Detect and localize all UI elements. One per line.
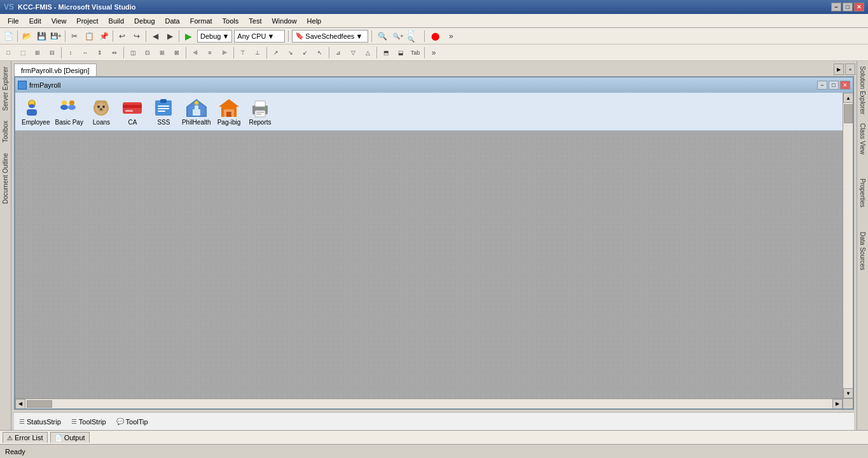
tb2-btn3[interactable]: ⊞ bbox=[31, 46, 45, 60]
tooltip-component[interactable]: 💬 ToolTip bbox=[116, 418, 148, 426]
reports-tool[interactable]: Reports bbox=[246, 97, 275, 127]
menu-item-debug[interactable]: Debug bbox=[129, 16, 160, 26]
properties-tab[interactable]: Properties bbox=[858, 159, 867, 212]
tb2-align-center[interactable]: ≡ bbox=[203, 46, 217, 60]
find-more-button[interactable]: 🔍+ bbox=[391, 29, 405, 43]
tb2-btn19[interactable]: ⊿ bbox=[331, 46, 345, 60]
scroll-thumb-h[interactable] bbox=[27, 400, 52, 408]
redo-button[interactable]: ↪ bbox=[130, 29, 144, 43]
menu-item-test[interactable]: Test bbox=[244, 16, 266, 26]
document-outline-tab[interactable]: Document Outline bbox=[1, 149, 10, 208]
designer-close-btn[interactable]: ✕ bbox=[840, 81, 850, 90]
server-explorer-tab[interactable]: Server Explorer bbox=[1, 62, 10, 115]
solution-explorer-tab[interactable]: Solution Explorer bbox=[858, 62, 867, 118]
toolbox-tab[interactable]: Toolbox bbox=[1, 116, 10, 147]
copy-button[interactable]: 📋 bbox=[82, 29, 96, 43]
class-view-tab[interactable]: Class View bbox=[858, 119, 867, 158]
cpu-target-dropdown[interactable]: Any CPU ▼ bbox=[234, 30, 285, 43]
tb2-btn8[interactable]: ⇔ bbox=[107, 46, 121, 60]
designer-maximize-btn[interactable]: □ bbox=[829, 81, 839, 90]
nav-back-button[interactable]: ◀ bbox=[148, 29, 162, 43]
menu-item-window[interactable]: Window bbox=[266, 16, 301, 26]
tb2-btn21[interactable]: △ bbox=[361, 46, 375, 60]
menu-item-project[interactable]: Project bbox=[71, 16, 103, 26]
tb2-align-left[interactable]: ⫷ bbox=[188, 46, 202, 60]
error-list-tab[interactable]: ⚠ Error List bbox=[3, 432, 48, 443]
minimize-button[interactable]: − bbox=[831, 3, 841, 11]
cut-button[interactable]: ✂ bbox=[67, 29, 81, 43]
designer-minimize-btn[interactable]: − bbox=[817, 81, 827, 90]
tb2-align-right[interactable]: ⫸ bbox=[217, 46, 231, 60]
pagibig-tool[interactable]: Pag-ibig bbox=[215, 97, 244, 127]
scroll-down-arrow[interactable]: ▼ bbox=[843, 388, 853, 398]
loans-tool[interactable]: Loans bbox=[87, 97, 116, 127]
form-scrollbar-v[interactable]: ▲ ▼ bbox=[843, 93, 853, 398]
data-sources-tab[interactable]: Data Sources bbox=[858, 213, 867, 274]
find-file-button[interactable]: 📄🔍 bbox=[407, 29, 421, 43]
tb2-btn7[interactable]: ⇕ bbox=[93, 46, 107, 60]
tb2-btn23[interactable]: ⬓ bbox=[394, 46, 408, 60]
tb2-btn18[interactable]: ↖ bbox=[313, 46, 327, 60]
scroll-track-v[interactable] bbox=[843, 103, 853, 388]
tb2-btn14[interactable]: ⊥ bbox=[251, 46, 265, 60]
menu-item-tools[interactable]: Tools bbox=[217, 16, 244, 26]
statusstrip-component[interactable]: ☰ StatusStrip bbox=[19, 418, 61, 426]
menu-item-view[interactable]: View bbox=[46, 16, 72, 26]
start-debug-button[interactable]: ▶ bbox=[181, 29, 195, 43]
menu-item-build[interactable]: Build bbox=[104, 16, 129, 26]
menu-item-data[interactable]: Data bbox=[160, 16, 185, 26]
scroll-right-arrow[interactable]: ▶ bbox=[832, 399, 843, 409]
tb2-btn2[interactable]: ⬚ bbox=[16, 46, 30, 60]
build-config-dropdown[interactable]: Debug ▼ bbox=[197, 30, 232, 43]
tb2-more[interactable]: » bbox=[427, 46, 441, 60]
maximize-button[interactable]: □ bbox=[843, 3, 853, 11]
tb2-btn10[interactable]: ⊡ bbox=[141, 46, 155, 60]
startup-project-dropdown[interactable]: 🔖 SaveSchedfees ▼ bbox=[292, 30, 368, 43]
tb2-btn17[interactable]: ↙ bbox=[298, 46, 312, 60]
tb2-tab-order[interactable]: Tab bbox=[408, 46, 422, 60]
philhealth-tool[interactable]: PhilHealth bbox=[181, 97, 212, 127]
scroll-left-arrow[interactable]: ◀ bbox=[15, 399, 25, 409]
menu-item-format[interactable]: Format bbox=[185, 16, 217, 26]
scroll-track-h[interactable] bbox=[25, 400, 832, 408]
menu-item-help[interactable]: Help bbox=[302, 16, 327, 26]
tb2-btn16[interactable]: ↘ bbox=[284, 46, 298, 60]
output-tab[interactable]: 📄 Output bbox=[50, 432, 90, 443]
app-icon: VS bbox=[4, 3, 14, 11]
toolstrip-component[interactable]: ☰ ToolStrip bbox=[71, 418, 106, 426]
close-all-docs[interactable]: × bbox=[845, 64, 855, 75]
tb2-btn22[interactable]: ⬒ bbox=[379, 46, 393, 60]
employee-tool[interactable]: Employee bbox=[20, 97, 51, 127]
breakpoint-button[interactable]: ⬤ bbox=[428, 29, 442, 43]
scroll-up-arrow[interactable]: ▲ bbox=[843, 93, 853, 103]
find-button[interactable]: 🔍 bbox=[375, 29, 389, 43]
sss-tool[interactable]: SSS bbox=[149, 97, 178, 127]
tb2-btn5[interactable]: ↕ bbox=[64, 46, 78, 60]
undo-button[interactable]: ↩ bbox=[115, 29, 129, 43]
tb2-btn20[interactable]: ▽ bbox=[346, 46, 360, 60]
design-tab[interactable]: frmPayroll.vb [Design] bbox=[14, 64, 97, 76]
save-button[interactable]: 💾 bbox=[34, 29, 48, 43]
tb2-btn4[interactable]: ⊟ bbox=[45, 46, 59, 60]
scroll-thumb-v[interactable] bbox=[844, 104, 853, 123]
tab-scroll-right[interactable]: ▶ bbox=[834, 64, 844, 75]
basicpay-tool[interactable]: Basic Pay bbox=[53, 97, 84, 127]
tb2-btn12[interactable]: ⊠ bbox=[170, 46, 184, 60]
more-buttons[interactable]: » bbox=[444, 29, 458, 43]
tb2-btn1[interactable]: □ bbox=[1, 46, 15, 60]
open-button[interactable]: 📂 bbox=[20, 29, 34, 43]
tb2-btn11[interactable]: ⊞ bbox=[155, 46, 169, 60]
paste-button[interactable]: 📌 bbox=[97, 29, 111, 43]
menu-item-file[interactable]: File bbox=[3, 16, 24, 26]
form-scrollbar-h[interactable]: ◀ ▶ bbox=[15, 398, 843, 408]
tb2-btn6[interactable]: ↔ bbox=[78, 46, 92, 60]
new-project-button[interactable]: 📄 bbox=[1, 29, 15, 43]
tb2-btn15[interactable]: ↗ bbox=[269, 46, 283, 60]
tb2-btn9[interactable]: ◫ bbox=[126, 46, 140, 60]
save-all-button[interactable]: 💾+ bbox=[49, 29, 63, 43]
ca-tool[interactable]: CA bbox=[118, 97, 147, 127]
tb2-btn13[interactable]: ⊤ bbox=[236, 46, 250, 60]
nav-fwd-button[interactable]: ▶ bbox=[163, 29, 177, 43]
menu-item-edit[interactable]: Edit bbox=[24, 16, 46, 26]
close-button[interactable]: ✕ bbox=[854, 3, 864, 11]
